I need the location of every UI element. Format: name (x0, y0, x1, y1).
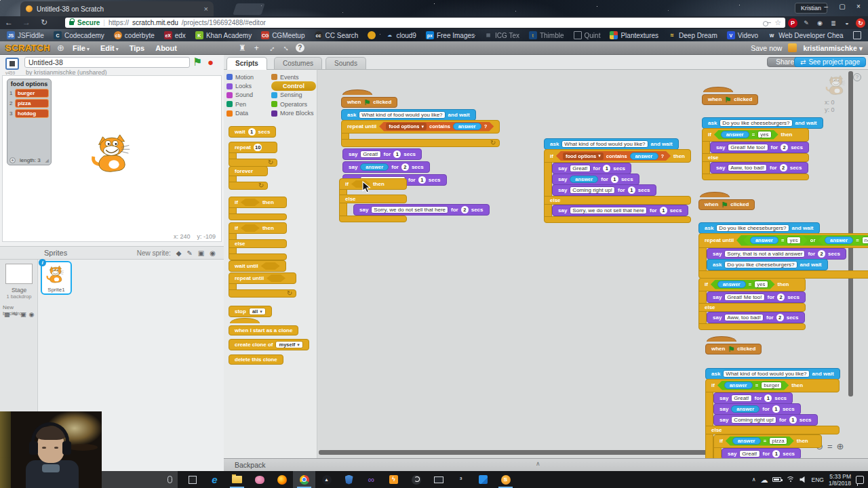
database-extension-icon[interactable]: ≣ (829, 18, 838, 28)
ask-and-wait-block[interactable]: askDo you like cheeseburgers?and wait (702, 115, 823, 129)
grow-tool-icon[interactable]: ↔ (265, 41, 277, 54)
task-view-icon[interactable] (181, 471, 203, 488)
number-field[interactable]: 1 (418, 176, 426, 184)
url-bar[interactable]: Secure | https://scratch.mit.edu/project… (65, 18, 785, 28)
boolean-slot[interactable]: food options▾containsanswer? (379, 122, 494, 131)
maximize-button[interactable]: ▢ (834, 0, 850, 15)
if-then-else-block[interactable]: iffood options▾containsanswer?thensayGre… (544, 149, 691, 223)
new-sprite-library-icon[interactable]: ◆ (176, 249, 182, 257)
chrome-icon[interactable] (293, 471, 315, 488)
menu-tips[interactable]: Tips (130, 44, 144, 52)
text-field[interactable]: Sorry, we do not sell that here (371, 206, 448, 214)
palette-block[interactable]: create clone ofmyself▾ (229, 338, 309, 350)
lightning-app-icon[interactable]: ϟ (382, 471, 405, 488)
repeat-block[interactable]: repeat10↺ (229, 142, 277, 167)
tab-close-icon[interactable]: × (204, 5, 208, 13)
create-clone-block[interactable]: create clone ofmyself▾ (229, 337, 309, 350)
remote-desktop-icon[interactable] (427, 471, 450, 488)
stage-thumbnail[interactable] (5, 264, 33, 284)
back-icon[interactable]: ← (0, 17, 18, 28)
answer-reporter[interactable]: answer (360, 163, 389, 171)
horizontal-scrollbar[interactable] (319, 450, 747, 455)
text-field[interactable]: What kind of food would you like? (723, 370, 809, 378)
if-then-else-block[interactable]: ifthenelsesaySorry, we do not sell that … (339, 178, 407, 222)
number-field[interactable]: 10 (254, 144, 262, 151)
when-green-flag-clicked-block[interactable]: when⚑clicked (341, 89, 397, 108)
number-field[interactable]: 2 (401, 163, 409, 171)
tab-scripts[interactable]: Scripts (226, 57, 267, 70)
list-resize-handle[interactable]: ◢ (45, 158, 49, 163)
save-now-button[interactable]: Save now (751, 44, 782, 52)
list-item[interactable]: 3hotdog (9, 109, 49, 118)
say-for-secs-block[interactable]: saySorry, we do not sell that herefor2se… (353, 204, 490, 216)
category-events[interactable]: Events (271, 73, 316, 81)
menu-edit[interactable]: Edit▾ (100, 44, 119, 52)
number-field[interactable]: 2 (818, 250, 825, 258)
menu-about[interactable]: About (155, 44, 177, 52)
text-field[interactable]: Do you like cheeseburgers? (719, 119, 792, 127)
new-sprite-upload-icon[interactable]: ▣ (198, 249, 204, 257)
see-project-page-button[interactable]: ⇄ See project page (794, 57, 866, 67)
script-detached-if-else[interactable]: ifthenelsesaySorry, we do not sell that … (339, 179, 407, 222)
script-food-question-if-else[interactable]: askWhat kind of food would you like?and … (544, 137, 691, 223)
category-pen[interactable]: Pen (226, 100, 271, 108)
bookmark-edx[interactable]: eXedx (164, 31, 186, 39)
empty-boolean-slot[interactable] (241, 224, 260, 232)
bookmark-icg-tex[interactable]: ▦ICG Tex (484, 31, 519, 39)
say-for-secs-block[interactable]: sayComing right up!for1secs (552, 184, 656, 196)
answer-reporter[interactable]: answer (731, 405, 760, 413)
repeat-until-block[interactable]: repeat until↺ (229, 272, 296, 298)
say-for-secs-block[interactable]: sayAww, too bad!for2secs (710, 162, 808, 174)
list-item[interactable]: 2pizza (9, 99, 49, 108)
answer-reporter[interactable]: answer (570, 176, 598, 183)
bookmark-cc-search[interactable]: ccCC Search (315, 31, 359, 39)
onedrive-cloud-icon[interactable]: ☁ (760, 476, 768, 483)
small-stage-icon[interactable] (5, 58, 19, 70)
forward-icon[interactable]: → (18, 17, 35, 28)
new-backdrop-camera-icon[interactable]: ◉ (29, 311, 35, 318)
palette-block[interactable]: forever↺ (229, 167, 268, 190)
dropdown-field[interactable]: food options▾ (386, 123, 427, 130)
category-sensing[interactable]: Sensing (271, 91, 316, 100)
text-field[interactable]: What kind of food would you like? (359, 111, 445, 119)
new-backdrop-library-icon[interactable]: ▦ (4, 311, 10, 318)
say-for-secs-block[interactable]: sayanswerfor1secs (552, 174, 639, 185)
say-for-secs-block[interactable]: sayGreat!for1secs (552, 163, 631, 174)
text-field[interactable]: burger (761, 382, 782, 389)
boolean-slot[interactable]: answer=yesoranswer=no (736, 235, 868, 246)
text-field[interactable]: Sorry, we do not sell that here (570, 207, 647, 214)
dropdown-field[interactable]: food options▾ (563, 152, 604, 160)
sprite-info-badge[interactable]: i (39, 259, 46, 266)
category-operators[interactable]: Operators (271, 100, 316, 108)
bookmark-plantextures[interactable]: Plantextures (610, 31, 658, 39)
answer-reporter[interactable]: answer (721, 131, 749, 138)
hidden-icons-chevron[interactable]: ∧ (752, 476, 756, 483)
bookmark-free-images[interactable]: pxFree Images (426, 31, 475, 39)
edge-icon[interactable]: e (203, 471, 226, 488)
scratch-logo[interactable]: SCRATCH (5, 43, 50, 53)
palette-block[interactable]: repeat until↺ (229, 273, 296, 298)
bookmark-web-developer-chea[interactable]: WWeb Developer Chea (768, 31, 843, 39)
scratch-app-icon[interactable]: S (494, 471, 517, 488)
script-cheeseburger-simple[interactable]: when⚑clickedaskDo you like cheeseburgers… (702, 87, 823, 180)
tab-sounds[interactable]: Sounds (326, 57, 366, 70)
category-sound[interactable]: Sound (226, 91, 271, 100)
boolean-slot[interactable]: answer=pizza (726, 436, 794, 446)
bookmark-jsfiddle[interactable]: JSJSFiddle (7, 31, 44, 39)
text-field[interactable]: no (862, 237, 868, 244)
number-field[interactable]: 1 (764, 394, 772, 402)
answer-reporter[interactable]: answer (825, 237, 853, 244)
boolean-slot[interactable]: answer=burger (717, 381, 789, 390)
shrink-tool-icon[interactable]: ↕ (281, 43, 290, 52)
new-backdrop-upload-icon[interactable]: ▣ (20, 311, 26, 318)
answer-reporter[interactable]: answer (724, 382, 753, 389)
list-value[interactable]: burger (15, 89, 49, 98)
stage[interactable]: food options 1burger2pizza3hotdog + leng… (2, 75, 222, 242)
answer-reporter[interactable]: answer (717, 281, 746, 288)
number-field[interactable]: 1 (772, 405, 780, 413)
ask-and-wait-block[interactable]: askWhat kind of food would you like?and … (705, 366, 840, 380)
text-field[interactable]: Do you like cheeseburgers? (716, 224, 789, 232)
close-button[interactable]: × (850, 0, 867, 15)
text-field[interactable]: Coming right up! (570, 186, 615, 194)
text-field[interactable]: Great! (731, 394, 751, 402)
